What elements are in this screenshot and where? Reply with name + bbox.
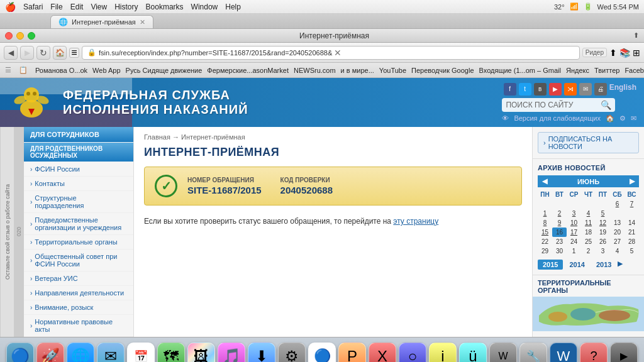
year-2014[interactable]: 2014 (564, 260, 589, 270)
dock-wordpress[interactable]: W (489, 343, 517, 363)
nav-item-6[interactable]: › Ветеран УИС (24, 272, 133, 286)
nav-btn-relatives[interactable]: ДЛЯ РОДСТВЕННИКОВ ОСУЖДЁННЫХ (24, 143, 133, 162)
menu-bookmarks[interactable]: Bookmarks (146, 3, 184, 11)
menu-edit[interactable]: Edit (70, 3, 84, 11)
cal-day-7[interactable]: 7 (625, 199, 639, 209)
dock-unknown2[interactable]: X (369, 343, 396, 363)
youtube-icon[interactable]: ▶ (549, 83, 562, 96)
menu-help[interactable]: Help (225, 3, 241, 11)
cal-day-2[interactable]: 2 (552, 209, 567, 218)
menu-safari[interactable]: Safari (23, 3, 43, 11)
share-icon[interactable]: ⬆ (633, 31, 639, 40)
prev-month-button[interactable]: ◀ (540, 177, 550, 185)
apple-menu[interactable]: 🍎 (5, 2, 16, 12)
dock-maps[interactable]: 🗺 (157, 343, 185, 363)
cal-day[interactable] (625, 209, 639, 218)
dock-safari[interactable]: 🌐 (67, 343, 94, 363)
bookmark-7[interactable]: Переводчик Google (411, 67, 474, 74)
cal-day[interactable] (567, 199, 581, 209)
cal-day-24[interactable]: 24 (567, 237, 581, 246)
cal-day-25[interactable]: 25 (581, 237, 596, 246)
share-button[interactable]: ⬆ (609, 48, 617, 58)
dock-help[interactable]: ? (580, 343, 608, 363)
subscribe-button[interactable]: › ПОДПИСАТЬСЯ НА НОВОСТИ (538, 132, 639, 153)
bookmark-6[interactable]: YouTube (379, 67, 406, 74)
cal-day-22[interactable]: 22 (538, 237, 552, 246)
cal-other-4[interactable]: 4 (610, 246, 625, 256)
facebook-icon[interactable]: f (504, 83, 516, 96)
nav-btn-staff[interactable]: ДЛЯ СОТРУДНИКОВ (24, 127, 133, 142)
cal-day-30[interactable]: 30 (552, 246, 567, 256)
bookmark-8[interactable]: Входящие (1...om – Gmail (479, 67, 561, 74)
russia-map[interactable] (533, 297, 644, 331)
print-icon[interactable]: 🖨 (594, 83, 607, 96)
bookmark-4[interactable]: NEWSru.com (294, 67, 336, 74)
dock-unknown3[interactable]: ○ (399, 343, 426, 363)
cal-day-23[interactable]: 23 (552, 237, 567, 246)
dock-unknown4[interactable]: i (429, 343, 457, 363)
rss-icon[interactable]: ⋊ (564, 83, 577, 96)
cal-day[interactable] (610, 209, 625, 218)
year-2015[interactable]: 2015 (538, 260, 563, 270)
forward-button[interactable]: ▶ (20, 46, 34, 60)
cal-day[interactable] (581, 199, 596, 209)
menu-window[interactable]: Window (191, 3, 218, 11)
cal-day-19[interactable]: 19 (596, 228, 610, 237)
cal-day-27[interactable]: 27 (610, 237, 625, 246)
bookmark-5[interactable]: и в мире... (341, 67, 374, 74)
cal-other-1[interactable]: 1 (567, 246, 581, 256)
cal-day[interactable] (552, 199, 567, 209)
year-2013[interactable]: 2013 (591, 260, 616, 270)
cal-day-3[interactable]: 3 (567, 209, 581, 218)
status-link[interactable]: эту страницу (393, 217, 438, 226)
dock-unknown5[interactable]: ü (459, 343, 487, 363)
bookmark-0[interactable]: Романова О...ok (35, 67, 87, 74)
cal-day-6[interactable]: 6 (610, 199, 625, 209)
bookmark-11[interactable]: Facebook (625, 67, 644, 74)
next-month-button[interactable]: ▶ (627, 177, 637, 185)
cal-other-5[interactable]: 5 (625, 246, 639, 256)
dock-word[interactable]: W (550, 343, 577, 363)
cal-day-1[interactable]: 1 (538, 209, 552, 218)
menu-history[interactable]: History (114, 3, 138, 11)
dock-finder[interactable]: 🔵 (6, 343, 34, 363)
back-button[interactable]: ◀ (4, 46, 18, 60)
dock-unknown6[interactable]: 🔧 (519, 343, 547, 363)
cal-day-4[interactable]: 4 (581, 209, 596, 218)
bookmark-1[interactable]: Web App (92, 67, 120, 74)
cal-day-18[interactable]: 18 (581, 228, 596, 237)
reader-mode-button[interactable]: Ридер (582, 48, 607, 57)
search-button[interactable]: 🔍 (601, 100, 611, 110)
nav-item-8[interactable]: › Внимание, розыск (24, 300, 133, 315)
nav-item-7[interactable]: › Направления деятельности (24, 286, 133, 300)
cal-day-8[interactable]: 8 (538, 218, 552, 228)
cal-other-3[interactable]: 3 (596, 246, 610, 256)
minimize-window-button[interactable] (16, 32, 24, 40)
address-bar[interactable]: 🔒 fsin.su/reception/index.php?number=SIT… (82, 46, 580, 60)
mail-icon[interactable]: ✉ (579, 83, 592, 96)
top-sites-button[interactable]: ⊞ (633, 48, 640, 58)
menu-file[interactable]: File (50, 3, 62, 11)
cal-day-29[interactable]: 29 (538, 246, 552, 256)
nav-item-4[interactable]: › Территориальные органы (24, 235, 133, 250)
cal-day[interactable] (538, 199, 552, 209)
window-controls[interactable] (5, 32, 35, 40)
email-icon[interactable]: ✉ (631, 114, 636, 123)
cal-day-14[interactable]: 14 (625, 218, 639, 228)
cal-day-17[interactable]: 17 (567, 228, 581, 237)
bookmark-2[interactable]: Русь Сидяще движение (126, 67, 203, 74)
active-tab[interactable]: 🌐 Интернет-приёмная ✕ (50, 15, 153, 28)
address-reload-icon[interactable]: ✕ (332, 47, 343, 58)
english-link[interactable]: English (609, 83, 636, 96)
dock-itunes[interactable]: 🎵 (218, 343, 245, 363)
close-window-button[interactable] (5, 32, 13, 40)
vertical-feedback-label[interactable]: Оставьте свой отзыв о работе сайта (0, 127, 14, 337)
home-icon[interactable]: 🏠 (606, 114, 614, 123)
sidebar-toggle[interactable]: ≡ (69, 48, 79, 58)
cal-day-11[interactable]: 11 (581, 218, 596, 228)
more-years-icon[interactable]: ▶ (618, 260, 623, 270)
nav-item-2[interactable]: › Структурные подразделения (24, 191, 133, 213)
maximize-window-button[interactable] (28, 32, 35, 40)
dock-chrome[interactable]: 🔵 (308, 343, 336, 363)
dock-mail[interactable]: ✉ (97, 343, 125, 363)
